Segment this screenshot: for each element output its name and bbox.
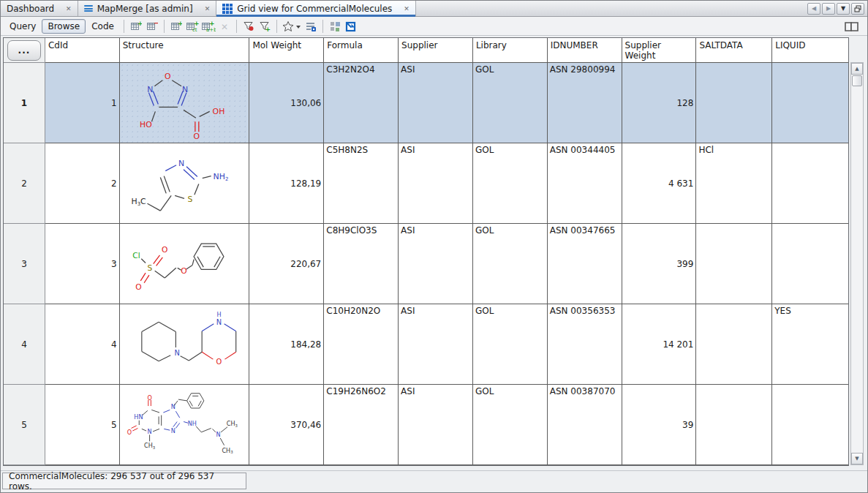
cell-cdid[interactable]: 4	[45, 304, 120, 385]
tab-grid-view[interactable]: Grid view for CommercialMolecules ✕	[216, 1, 416, 16]
column-header-library[interactable]: Library	[473, 38, 548, 63]
column-header-idnumber[interactable]: IDNUMBER	[548, 38, 622, 63]
cell-cdid[interactable]: 2	[45, 143, 120, 224]
cell-saltdata[interactable]: HCl	[696, 143, 772, 224]
scroll-up-button[interactable]: ▲	[851, 63, 863, 75]
cell-supplier[interactable]: ASI	[399, 385, 473, 465]
cell-cdid[interactable]: 5	[45, 385, 120, 465]
insert-row-button[interactable]: +	[168, 18, 184, 34]
cell-structure[interactable]	[120, 143, 250, 224]
table-row[interactable]: 5 5 370,46 C19H26N6O2 ASI GOL ASN 003870…	[4, 385, 848, 465]
scroll-tabs-left-button[interactable]: ◀	[807, 3, 820, 15]
cell-library[interactable]: GOL	[473, 63, 548, 143]
table-row[interactable]: 3 3 220,67 C8H9ClO3S ASI GOL ASN 0034766…	[4, 224, 848, 304]
cell-saltdata[interactable]	[696, 224, 772, 304]
column-header-saltdata[interactable]: SALTDATA	[696, 38, 772, 63]
code-mode-button[interactable]: Code	[86, 19, 120, 34]
cell-mol-weight[interactable]: 220,67	[249, 224, 324, 304]
remove-row-button[interactable]: −	[144, 18, 160, 34]
cell-supplier[interactable]: ASI	[399, 224, 473, 304]
cell-structure[interactable]	[120, 304, 250, 385]
tab-dashboard[interactable]: Dashboard ✕	[1, 1, 78, 16]
table-row[interactable]: 1 1 130,06 C3H2N2O4 ASI GOL ASN 29800994…	[4, 63, 848, 143]
close-icon[interactable]: ✕	[66, 5, 72, 12]
table-row[interactable]: 4 4 184,28 C10H20N2O ASI GOL ASN 0035635…	[4, 304, 848, 385]
cell-supplier-weight[interactable]: 4 631	[622, 143, 697, 224]
cell-supplier-weight[interactable]: 128	[622, 63, 697, 143]
cell-mol-weight[interactable]: 130,06	[249, 63, 324, 143]
add-row-button[interactable]: +	[128, 18, 144, 34]
scrollbar-thumb[interactable]	[852, 75, 862, 86]
tab-list-dropdown-button[interactable]: ▼	[837, 3, 850, 15]
column-header-formula[interactable]: Formula	[324, 38, 399, 63]
cell-liquid[interactable]	[772, 385, 848, 465]
cell-supplier-weight[interactable]: 14 201	[622, 304, 697, 385]
vertical-scrollbar[interactable]: ▲ ▼	[850, 62, 864, 465]
row-header[interactable]: 5	[4, 385, 45, 465]
add-ct-button[interactable]: +ct	[184, 18, 200, 34]
cell-supplier[interactable]: ASI	[399, 143, 473, 224]
cell-cdid[interactable]: 1	[45, 63, 120, 143]
select-all-corner[interactable]: ...	[4, 38, 45, 63]
widgets-button[interactable]	[327, 18, 343, 34]
column-header-cdid[interactable]: CdId	[45, 38, 120, 63]
scroll-tabs-right-button[interactable]: ▶	[822, 3, 835, 15]
close-icon[interactable]: ✕	[205, 5, 211, 12]
cell-supplier-weight[interactable]: 39	[622, 385, 697, 465]
cell-idnumber[interactable]: ASN 00387070	[548, 385, 622, 465]
tab-mapmerge[interactable]: MapMerge [as admin] ✕	[78, 1, 217, 16]
cell-liquid[interactable]	[772, 143, 848, 224]
cell-structure[interactable]	[120, 63, 250, 143]
column-header-mol-weight[interactable]: Mol Weight	[249, 38, 324, 63]
scrollbar-track[interactable]	[851, 87, 863, 453]
column-header-supplier-weight[interactable]: Supplier Weight	[622, 38, 697, 63]
cell-formula[interactable]: C5H8N2S	[324, 143, 399, 224]
cell-idnumber[interactable]: ASN 29800994	[548, 63, 622, 143]
corner-button[interactable]: ...	[7, 40, 41, 61]
cell-idnumber[interactable]: ASN 00356353	[548, 304, 622, 385]
browse-mode-button[interactable]: Browse	[42, 19, 86, 34]
favorites-button[interactable]	[281, 18, 303, 34]
row-header[interactable]: 3	[4, 224, 45, 304]
cell-library[interactable]: GOL	[473, 304, 548, 385]
row-header[interactable]: 4	[4, 304, 45, 385]
row-header[interactable]: 1	[4, 63, 45, 143]
cell-cdid[interactable]: 3	[45, 224, 120, 304]
cell-library[interactable]: GOL	[473, 385, 548, 465]
filter-button[interactable]	[241, 18, 257, 34]
cell-structure[interactable]	[120, 224, 250, 304]
cell-supplier[interactable]: ASI	[399, 304, 473, 385]
column-header-liquid[interactable]: LIQUID	[772, 38, 848, 63]
cell-saltdata[interactable]	[696, 63, 772, 143]
cell-structure[interactable]	[120, 385, 250, 465]
delete-button[interactable]: ✕	[216, 18, 233, 34]
query-mode-button[interactable]: Query	[4, 19, 42, 34]
scroll-down-button[interactable]: ▼	[851, 453, 863, 464]
close-icon[interactable]: ✕	[404, 5, 410, 12]
export-button[interactable]	[343, 18, 359, 34]
cell-library[interactable]: GOL	[473, 143, 548, 224]
cell-mol-weight[interactable]: 184,28	[249, 304, 324, 385]
cell-idnumber[interactable]: ASN 00347665	[548, 224, 622, 304]
cell-formula[interactable]: C3H2N2O4	[324, 63, 399, 143]
restore-window-button[interactable]	[851, 3, 864, 15]
cell-saltdata[interactable]	[696, 385, 772, 465]
add-filter-button[interactable]: +	[257, 18, 273, 34]
cell-mol-weight[interactable]: 370,46	[249, 385, 324, 465]
cell-liquid[interactable]	[772, 224, 848, 304]
add-ab-button[interactable]: +a+b	[200, 18, 216, 34]
cell-liquid[interactable]	[772, 63, 848, 143]
table-row[interactable]: 2 2 128,19 C5H8N2S ASI GOL ASN 00344405 …	[4, 143, 848, 224]
cell-supplier[interactable]: ASI	[399, 63, 473, 143]
cell-idnumber[interactable]: ASN 00344405	[548, 143, 622, 224]
cell-saltdata[interactable]	[696, 304, 772, 385]
cell-library[interactable]: GOL	[473, 224, 548, 304]
column-header-supplier[interactable]: Supplier	[399, 38, 473, 63]
cell-formula[interactable]: C10H20N2O	[324, 304, 399, 385]
column-header-structure[interactable]: Structure	[120, 38, 250, 63]
cell-liquid[interactable]: YES	[772, 304, 848, 385]
cell-formula[interactable]: C19H26N6O2	[324, 385, 399, 465]
library-button[interactable]	[844, 18, 860, 34]
form-settings-button[interactable]	[303, 18, 319, 34]
cell-supplier-weight[interactable]: 399	[622, 224, 697, 304]
